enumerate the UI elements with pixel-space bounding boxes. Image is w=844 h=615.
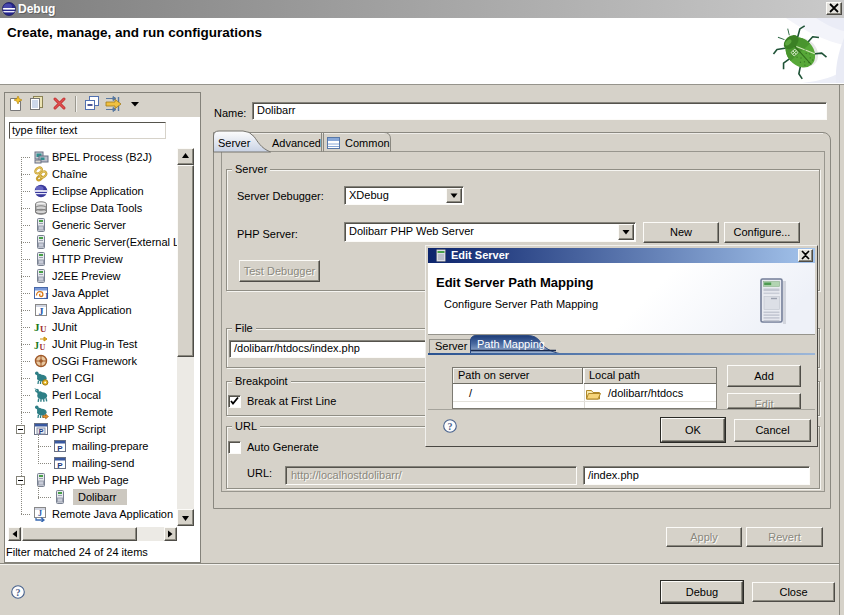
svg-text:J: J: [39, 306, 44, 317]
svg-text:U: U: [40, 324, 47, 334]
svg-text:J: J: [44, 291, 49, 301]
svg-text:?: ?: [448, 421, 453, 432]
svg-text:P: P: [39, 428, 44, 435]
svg-text:U: U: [40, 343, 46, 352]
svg-text:P: P: [57, 444, 63, 453]
svg-text:J: J: [38, 509, 42, 518]
svg-text:P: P: [57, 461, 63, 470]
svg-text:J: J: [34, 340, 39, 351]
svg-text:?: ?: [16, 587, 21, 598]
